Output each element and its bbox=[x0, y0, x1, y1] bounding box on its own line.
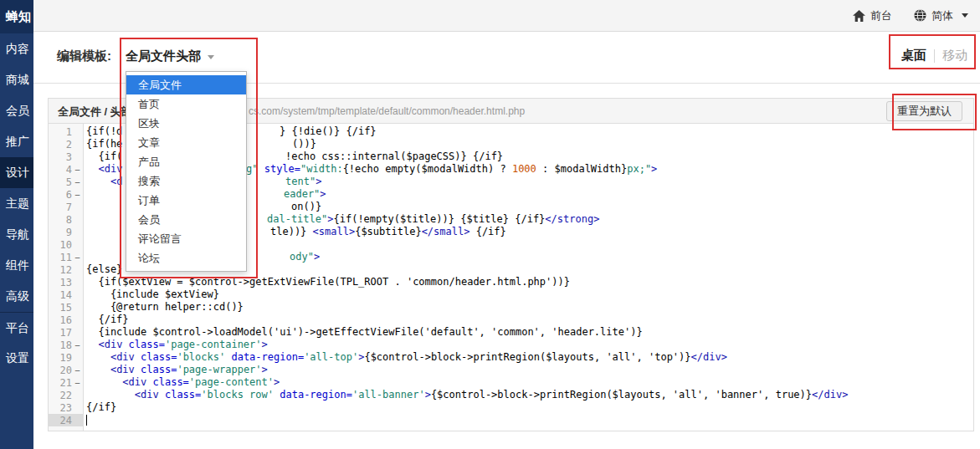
code-run: {if(he bbox=[86, 138, 122, 151]
language-menu[interactable]: 简体 bbox=[914, 8, 968, 23]
line-number-2: 2 bbox=[49, 138, 83, 151]
code-run: <div class='blocks row' data-region='all… bbox=[86, 389, 848, 401]
fold-marker-icon[interactable]: – bbox=[72, 339, 83, 351]
template-file-path: cs.com/system/tmp/template/default/commo… bbox=[249, 105, 525, 117]
language-label: 简体 bbox=[931, 8, 953, 23]
line-number-17: 17 bbox=[49, 326, 83, 339]
admin-page: 蝉知 内容商城会员推广设计主题导航组件高级平台设置 前台 bbox=[0, 0, 980, 449]
frontend-link[interactable]: 前台 bbox=[853, 8, 892, 23]
line-number-11: 11– bbox=[49, 251, 83, 263]
code-line-14[interactable]: {include $extView} bbox=[86, 288, 973, 301]
sidebar-item-1[interactable]: 商城 bbox=[0, 64, 33, 95]
line-number-24: 24 bbox=[49, 414, 83, 426]
line-number-22: 22 bbox=[49, 389, 83, 401]
sidebar-item-0[interactable]: 内容 bbox=[0, 33, 33, 64]
sidebar-item-8[interactable]: 高级 bbox=[0, 281, 33, 312]
code-run: {include $control->loadModel('ui')->getE… bbox=[86, 326, 643, 339]
code-line-17[interactable]: {include $control->loadModel('ui')->getE… bbox=[86, 326, 973, 339]
sidebar: 蝉知 内容商城会员推广设计主题导航组件高级平台设置 bbox=[0, 0, 33, 449]
fold-marker-icon[interactable]: – bbox=[72, 163, 83, 176]
breadcrumb: 全局文件 / 头部 bbox=[58, 105, 132, 120]
menu-item-7[interactable]: 会员 bbox=[126, 210, 246, 229]
code-run: {if(!d bbox=[86, 125, 122, 138]
chevron-down-icon bbox=[208, 55, 214, 59]
code-run: {@return helper::cd()} bbox=[86, 301, 244, 314]
code-run: <div bbox=[86, 163, 122, 176]
code-line-20[interactable]: <div class='page-wrapper'> bbox=[86, 364, 973, 376]
menu-item-9[interactable]: 论坛 bbox=[126, 248, 246, 268]
globe-icon bbox=[914, 9, 926, 22]
code-run: g" style="width:{!echo empty($modalWidth… bbox=[246, 163, 657, 176]
text-cursor bbox=[86, 415, 87, 426]
sidebar-item-9[interactable]: 平台 bbox=[0, 312, 33, 343]
menu-item-0[interactable]: 全局文件 bbox=[126, 75, 246, 94]
fold-marker-icon[interactable]: – bbox=[72, 188, 83, 201]
line-number-6: 6– bbox=[49, 188, 83, 201]
line-number-16: 16 bbox=[49, 314, 83, 326]
code-line-18[interactable]: <div class='page-container'> bbox=[86, 339, 973, 351]
sidebar-item-5[interactable]: 主题 bbox=[0, 188, 33, 219]
code-run: {include $extView} bbox=[86, 288, 219, 301]
code-run: } {!die()} {/if} bbox=[280, 125, 377, 138]
line-number-18: 18– bbox=[49, 339, 83, 351]
code-run: eader"> bbox=[284, 188, 326, 201]
reset-default-button[interactable]: 重置为默认 bbox=[886, 101, 962, 121]
menu-item-2[interactable]: 区块 bbox=[126, 114, 246, 133]
line-number-15: 15 bbox=[49, 301, 83, 314]
code-run: ody"> bbox=[290, 251, 320, 263]
code-run: {if($extView = $control->getExtViewFile(… bbox=[86, 276, 570, 288]
line-number-5: 5– bbox=[49, 176, 83, 188]
code-line-23[interactable]: {/if} bbox=[86, 401, 973, 414]
fold-marker-icon[interactable]: – bbox=[72, 376, 83, 389]
file-select-menu: 全局文件首页区块文章产品搜索订单会员评论留言论坛 bbox=[126, 71, 247, 272]
menu-item-3[interactable]: 文章 bbox=[126, 133, 246, 152]
code-line-15[interactable]: {@return helper::cd()} bbox=[86, 301, 973, 314]
code-run: <div class='page-container'> bbox=[86, 339, 268, 351]
line-number-3: 3 bbox=[49, 151, 83, 163]
code-line-24[interactable] bbox=[86, 414, 973, 426]
line-number-21: 21– bbox=[49, 376, 83, 389]
code-run: <div class='blocks' data-region='all-top… bbox=[86, 351, 727, 364]
code-run: {/if} bbox=[86, 314, 129, 326]
code-line-21[interactable]: <div class='page-content'> bbox=[86, 376, 973, 389]
code-run: {else} bbox=[86, 263, 122, 276]
chevron-down-icon bbox=[962, 13, 968, 18]
sidebar-item-6[interactable]: 导航 bbox=[0, 219, 33, 250]
mobile-tab[interactable]: 移动 bbox=[942, 48, 967, 64]
menu-item-5[interactable]: 搜索 bbox=[126, 171, 246, 191]
code-line-22[interactable]: <div class='blocks row' data-region='all… bbox=[86, 389, 973, 401]
menu-item-8[interactable]: 评论留言 bbox=[126, 229, 246, 248]
sidebar-item-7[interactable]: 组件 bbox=[0, 250, 33, 281]
line-number-4: 4– bbox=[49, 163, 83, 176]
sidebar-item-3[interactable]: 推广 bbox=[0, 126, 33, 157]
fold-marker-icon[interactable]: – bbox=[72, 251, 83, 263]
code-run: {if( bbox=[86, 151, 122, 163]
line-number-14: 14 bbox=[49, 288, 83, 301]
code-line-16[interactable]: {/if} bbox=[86, 314, 973, 326]
sidebar-item-4[interactable]: 设计 bbox=[0, 157, 33, 188]
menu-item-4[interactable]: 产品 bbox=[126, 152, 246, 171]
app-logo[interactable]: 蝉知 bbox=[0, 0, 33, 33]
line-number-10: 10 bbox=[49, 238, 83, 251]
code-line-19[interactable]: <div class='blocks' data-region='all-top… bbox=[86, 351, 973, 364]
code-run: tent"> bbox=[285, 176, 321, 188]
line-number-1: 1 bbox=[49, 125, 83, 138]
fold-marker-icon[interactable]: – bbox=[72, 176, 83, 188]
line-number-13: 13 bbox=[49, 276, 83, 288]
menu-item-1[interactable]: 首页 bbox=[126, 94, 246, 114]
line-number-gutter: 1234–5–6–7891011–12131415161718–1920–21–… bbox=[49, 124, 84, 431]
line-number-23: 23 bbox=[49, 401, 83, 414]
device-switch: 桌面 移动 bbox=[901, 48, 967, 64]
code-run: {/if} bbox=[86, 401, 116, 414]
edit-template-label: 编辑模板: bbox=[57, 48, 111, 64]
sidebar-item-2[interactable]: 会员 bbox=[0, 95, 33, 126]
menu-item-6[interactable]: 订单 bbox=[126, 191, 246, 210]
line-number-7: 7 bbox=[49, 201, 83, 213]
fold-marker-icon[interactable]: – bbox=[72, 364, 83, 376]
desktop-tab[interactable]: 桌面 bbox=[901, 48, 926, 64]
code-line-13[interactable]: {if($extView = $control->getExtViewFile(… bbox=[86, 276, 973, 288]
sidebar-item-10[interactable]: 设置 bbox=[0, 343, 33, 374]
topbar: 前台 简体 bbox=[33, 0, 980, 32]
section-select-dropdown[interactable]: 头部 bbox=[176, 48, 214, 64]
home-icon bbox=[853, 10, 865, 22]
